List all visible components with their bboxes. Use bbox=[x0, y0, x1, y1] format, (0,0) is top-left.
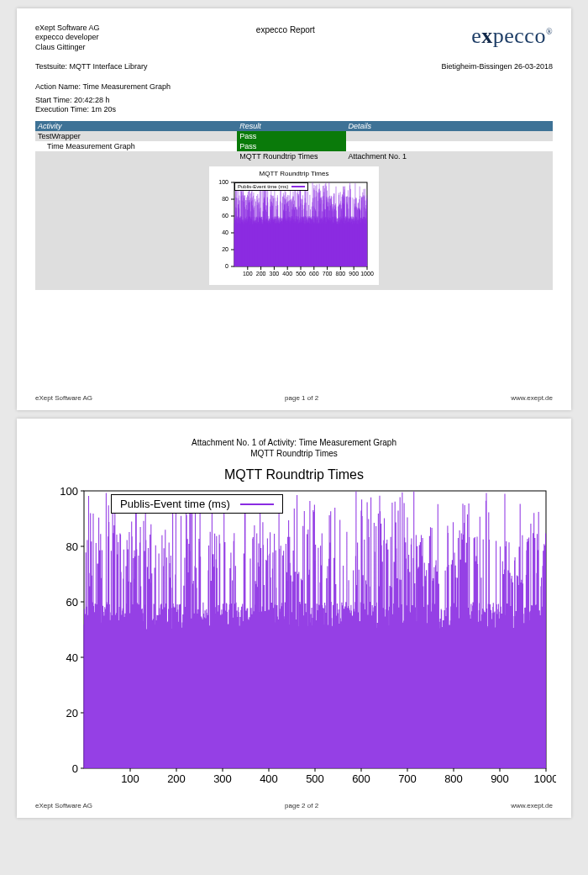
svg-text:500: 500 bbox=[296, 271, 306, 277]
start-time-value: 20:42:28 h bbox=[74, 96, 110, 104]
time-block: Start Time: 20:42:28 h Execution Time: 1… bbox=[35, 96, 553, 115]
action-name: Time Measurement Graph bbox=[82, 82, 171, 91]
legend-big-line-icon bbox=[240, 503, 274, 505]
svg-text:40: 40 bbox=[222, 230, 228, 236]
table-row: MQTT Roundtrip TimesAttachment No. 1 bbox=[35, 151, 553, 161]
exec-time-label: Execution Time: bbox=[35, 105, 89, 113]
legend-line-icon bbox=[291, 186, 305, 187]
report-title: expecco Report bbox=[100, 24, 472, 52]
page-header: eXept Software AG expecco developer Clau… bbox=[35, 24, 553, 52]
attachment-caption: Attachment No. 1 of Activity: Time Measu… bbox=[35, 437, 553, 459]
exec-time-value: 1m 20s bbox=[92, 105, 117, 113]
table-row: TestWrapperPass bbox=[35, 131, 553, 141]
footer-page-2: page 2 of 2 bbox=[285, 802, 318, 809]
svg-text:200: 200 bbox=[167, 772, 186, 785]
header-left: eXept Software AG expecco developer Clau… bbox=[35, 24, 100, 52]
footer-page: page 1 of 2 bbox=[285, 394, 318, 402]
caption-line2: MQTT Roundtrip Times bbox=[35, 448, 553, 459]
chart-big-svg: 0204060801001002003004005006007008009001… bbox=[44, 488, 556, 790]
svg-text:300: 300 bbox=[270, 271, 280, 277]
svg-text:60: 60 bbox=[66, 596, 78, 609]
chart-thumbnail-area: MQTT Roundtrip Times 0204060801001002003… bbox=[35, 161, 553, 290]
cell-result: Pass bbox=[237, 141, 345, 151]
product-name: expecco developer bbox=[35, 33, 100, 42]
report-page-1: eXept Software AG expecco developer Clau… bbox=[17, 8, 571, 410]
cell-details bbox=[346, 141, 553, 151]
svg-text:200: 200 bbox=[256, 271, 266, 277]
chart-big-legend: Publis-Event time (ms) bbox=[111, 494, 283, 514]
svg-text:400: 400 bbox=[260, 772, 278, 785]
svg-text:100: 100 bbox=[60, 488, 78, 498]
svg-text:400: 400 bbox=[282, 271, 292, 277]
svg-text:20: 20 bbox=[66, 707, 78, 720]
location-date: Bietigheim-Bissingen 26-03-2018 bbox=[441, 62, 553, 71]
footer-left-2: eXept Software AG bbox=[35, 802, 92, 809]
cell-details bbox=[346, 131, 553, 141]
svg-text:1000: 1000 bbox=[360, 271, 374, 277]
svg-text:800: 800 bbox=[336, 271, 346, 277]
results-table: Activity Result Details TestWrapperPassT… bbox=[35, 121, 553, 161]
svg-text:80: 80 bbox=[66, 540, 78, 553]
svg-text:100: 100 bbox=[121, 772, 139, 785]
chart-thumb-legend: Publis-Event time (ms) bbox=[234, 182, 308, 191]
svg-text:0: 0 bbox=[225, 264, 228, 270]
page-footer: eXept Software AG page 1 of 2 www.exept.… bbox=[35, 394, 553, 402]
table-row: Time Measurement GraphPass bbox=[35, 141, 553, 151]
svg-text:100: 100 bbox=[218, 180, 228, 186]
footer-left: eXept Software AG bbox=[35, 394, 92, 402]
svg-text:60: 60 bbox=[222, 213, 228, 219]
svg-text:900: 900 bbox=[491, 772, 509, 785]
cell-details: Attachment No. 1 bbox=[346, 151, 553, 161]
chart-thumb-title: MQTT Roundtrip Times bbox=[214, 170, 374, 177]
company-name: eXept Software AG bbox=[35, 24, 100, 33]
svg-text:500: 500 bbox=[306, 772, 324, 785]
caption-line1: Attachment No. 1 of Activity: Time Measu… bbox=[35, 437, 553, 448]
action-label: Action Name: bbox=[35, 82, 81, 91]
svg-text:300: 300 bbox=[213, 772, 232, 785]
page-footer-2: eXept Software AG page 2 of 2 www.exept.… bbox=[35, 802, 553, 809]
report-page-2: Attachment No. 1 of Activity: Time Measu… bbox=[17, 419, 571, 818]
legend-big-text: Publis-Event time (ms) bbox=[120, 498, 230, 510]
svg-text:80: 80 bbox=[222, 197, 228, 203]
cell-activity bbox=[35, 151, 237, 161]
svg-text:600: 600 bbox=[309, 271, 319, 277]
col-result: Result bbox=[237, 121, 345, 131]
cell-activity: TestWrapper bbox=[35, 131, 237, 141]
col-activity: Activity bbox=[35, 121, 237, 131]
svg-text:40: 40 bbox=[66, 651, 78, 664]
table-header-row: Activity Result Details bbox=[35, 121, 553, 131]
cell-activity: Time Measurement Graph bbox=[35, 141, 237, 151]
svg-text:1000: 1000 bbox=[534, 772, 556, 785]
svg-text:100: 100 bbox=[243, 271, 253, 277]
author-name: Claus Gittinger bbox=[35, 43, 100, 52]
footer-right-2: www.exept.de bbox=[511, 802, 553, 809]
svg-text:600: 600 bbox=[352, 772, 370, 785]
footer-right: www.exept.de bbox=[511, 394, 553, 402]
cell-result: Pass bbox=[237, 131, 345, 141]
testsuite-label: Testsuite: bbox=[35, 62, 67, 71]
svg-text:700: 700 bbox=[323, 271, 333, 277]
col-details: Details bbox=[346, 121, 553, 131]
legend-text: Publis-Event time (ms) bbox=[238, 184, 288, 189]
svg-text:700: 700 bbox=[398, 772, 417, 785]
chart-thumbnail: MQTT Roundtrip Times 0204060801001002003… bbox=[209, 166, 379, 285]
svg-text:0: 0 bbox=[72, 762, 78, 775]
expecco-logo: expecco® bbox=[471, 24, 553, 52]
cell-result: MQTT Roundtrip Times bbox=[237, 151, 345, 161]
testsuite-name: MQTT Interface Library bbox=[70, 62, 148, 71]
svg-text:20: 20 bbox=[222, 247, 228, 253]
chart-thumb-svg: 0204060801001002003004005006007008009001… bbox=[214, 179, 374, 280]
testsuite-line: Testsuite: MQTT Interface Library Bietig… bbox=[35, 62, 553, 71]
svg-text:900: 900 bbox=[349, 271, 359, 277]
chart-big-title: MQTT Roundtrip Times bbox=[35, 467, 553, 482]
svg-text:800: 800 bbox=[444, 772, 463, 785]
action-line: Action Name: Time Measurement Graph bbox=[35, 82, 553, 91]
start-time-label: Start Time: bbox=[35, 96, 72, 104]
